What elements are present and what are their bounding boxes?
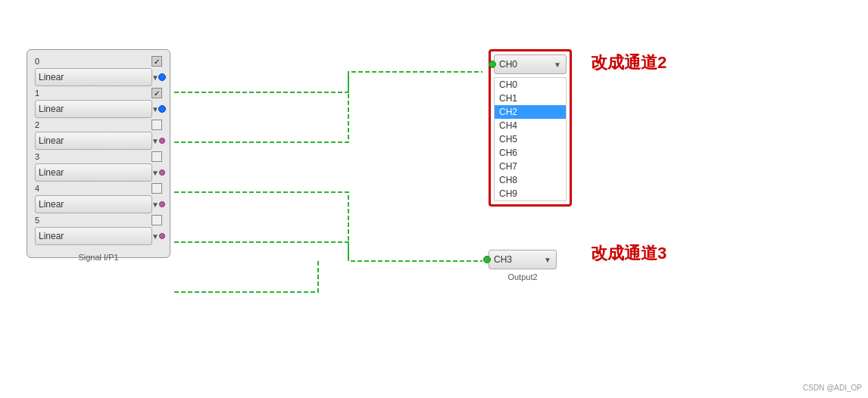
row-2-num: 2 <box>35 120 39 129</box>
ch3-header-text: CH3 <box>494 254 544 265</box>
annotation-2: 改成通道3 <box>591 242 667 265</box>
row-3-dropdown[interactable]: Linear <box>35 163 152 182</box>
row-4-connector <box>159 201 165 207</box>
row-5-checkbox[interactable] <box>151 215 162 225</box>
row-3-arrow: ▼ <box>151 169 159 177</box>
ch0-option-ch5[interactable]: CH5 <box>495 132 566 146</box>
row-5-dropdown[interactable]: Linear <box>35 227 152 245</box>
ch3-connector <box>483 256 491 263</box>
ch0-header[interactable]: CH0 ▼ <box>494 54 567 74</box>
ch3-header[interactable]: CH3 ▼ <box>489 250 557 269</box>
ch0-option-ch1[interactable]: CH1 <box>495 92 566 105</box>
row-2-checkbox[interactable] <box>151 120 162 130</box>
annotation-1: 改成通道2 <box>591 51 667 74</box>
ch0-option-ch7[interactable]: CH7 <box>495 160 566 173</box>
row-1-dropdown[interactable]: Linear <box>35 100 152 118</box>
ch0-option-ch6[interactable]: CH6 <box>495 146 566 160</box>
row-3-connector <box>159 169 165 176</box>
row-0-checkbox[interactable]: ✓ <box>151 56 162 67</box>
ch0-connector <box>489 61 496 68</box>
row-4-arrow: ▼ <box>151 201 159 209</box>
ch0-option-ch2[interactable]: CH2 <box>495 105 566 119</box>
row-5: 5 Linear ▼ <box>35 215 162 245</box>
row-3-num: 3 <box>35 152 39 161</box>
row-0: 0 ✓ Linear ▼ <box>35 56 162 86</box>
row-0-connector <box>158 73 166 81</box>
row-1-checkbox[interactable]: ✓ <box>151 88 162 98</box>
row-4-checkbox[interactable] <box>151 183 162 194</box>
ch3-label: Output2 <box>489 272 557 281</box>
row-0-dropdown[interactable]: Linear <box>35 68 152 86</box>
ch3-dropdown-arrow: ▼ <box>544 256 551 264</box>
ch0-dropdown-list: CH0 CH1 CH2 CH4 CH5 CH6 CH7 CH8 CH9 <box>494 77 567 201</box>
row-4-num: 4 <box>35 184 39 193</box>
row-1-connector <box>158 105 166 113</box>
row-1-num: 1 <box>35 89 39 98</box>
ch0-option-ch0[interactable]: CH0 <box>495 78 566 92</box>
row-3: 3 Linear ▼ <box>35 151 162 182</box>
row-2-connector <box>159 138 165 144</box>
row-2-dropdown[interactable]: Linear <box>35 132 152 150</box>
ch0-option-ch4[interactable]: CH4 <box>495 119 566 132</box>
row-3-checkbox[interactable] <box>151 151 162 162</box>
row-5-arrow: ▼ <box>151 232 159 241</box>
row-5-num: 5 <box>35 216 39 225</box>
row-0-num: 0 <box>35 57 39 66</box>
row-5-connector <box>159 233 165 239</box>
watermark: CSDN @ADI_OP <box>803 384 862 392</box>
ch0-option-ch9[interactable]: CH9 <box>495 187 566 201</box>
ch0-dropdown-arrow: ▼ <box>554 61 561 69</box>
row-2: 2 Linear ▼ <box>35 120 162 150</box>
row-4: 4 Linear ▼ <box>35 183 162 213</box>
ch0-block: CH0 ▼ CH0 CH1 CH2 CH4 CH5 CH6 CH7 CH8 CH… <box>489 49 572 207</box>
ch0-header-text: CH0 <box>499 59 554 70</box>
ch0-option-ch8[interactable]: CH8 <box>495 173 566 187</box>
ch3-block: CH3 ▼ Output2 <box>489 250 557 281</box>
row-4-dropdown[interactable]: Linear <box>35 195 152 213</box>
signal-block: 0 ✓ Linear ▼ 1 ✓ Linear ▼ 2 <box>27 49 170 258</box>
row-2-arrow: ▼ <box>151 137 159 145</box>
row-1: 1 ✓ Linear ▼ <box>35 88 162 118</box>
signal-block-title: Signal I/P1 <box>78 253 118 262</box>
